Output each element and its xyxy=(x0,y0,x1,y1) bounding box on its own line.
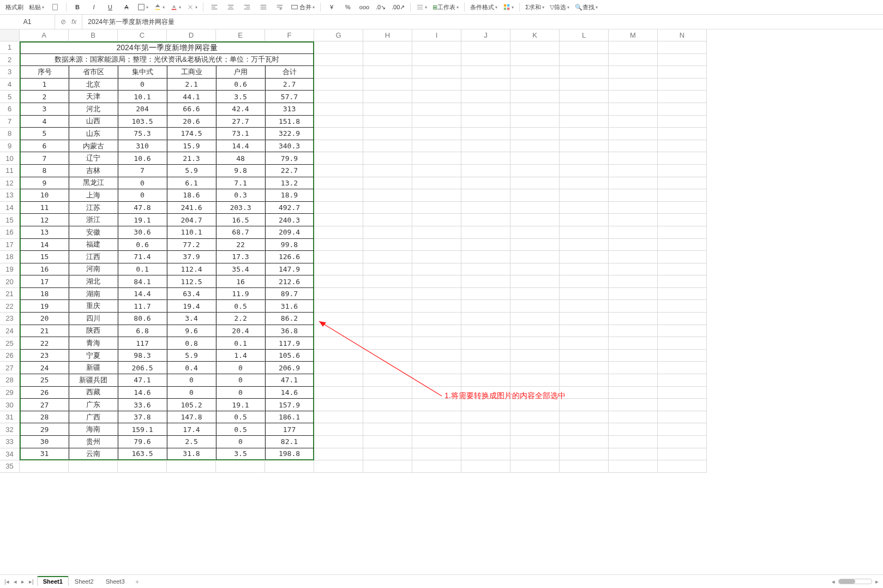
fx-icon[interactable]: fx xyxy=(71,18,76,26)
find-button[interactable]: 🔍 查找 xyxy=(573,2,600,13)
cell[interactable]: 工商业 xyxy=(167,66,216,79)
cell[interactable] xyxy=(412,189,461,202)
cell[interactable] xyxy=(560,313,609,325)
cell[interactable]: 6 xyxy=(20,140,69,153)
cell[interactable]: 0.5 xyxy=(216,423,265,436)
cell[interactable] xyxy=(560,66,609,79)
cell[interactable] xyxy=(314,362,363,374)
strikethrough-button[interactable]: A xyxy=(119,2,134,13)
cell[interactable]: 110.1 xyxy=(167,226,216,239)
cell[interactable] xyxy=(609,140,658,153)
cell[interactable]: 177 xyxy=(265,423,314,436)
decrease-decimal-button[interactable]: .0↘ xyxy=(373,2,388,13)
cell[interactable]: 80.6 xyxy=(118,313,167,325)
cell[interactable] xyxy=(363,79,412,91)
cell[interactable] xyxy=(314,448,363,461)
cell[interactable] xyxy=(363,313,412,325)
sheet-nav-next-icon[interactable]: ▸ xyxy=(20,578,26,585)
cell[interactable] xyxy=(609,350,658,362)
cell[interactable] xyxy=(461,103,510,116)
cell[interactable] xyxy=(609,79,658,91)
row-header[interactable]: 19 xyxy=(0,263,20,276)
cell[interactable] xyxy=(609,423,658,436)
cell[interactable] xyxy=(658,79,707,91)
cell[interactable] xyxy=(363,189,412,202)
cell[interactable]: 7 xyxy=(118,165,167,177)
column-header[interactable]: L xyxy=(560,29,609,41)
cell[interactable] xyxy=(560,251,609,263)
cell[interactable] xyxy=(658,300,707,313)
cell[interactable] xyxy=(412,362,461,374)
cell[interactable] xyxy=(609,66,658,79)
cell[interactable] xyxy=(314,313,363,325)
cell[interactable] xyxy=(314,436,363,448)
cell[interactable] xyxy=(412,165,461,177)
cell[interactable]: 13 xyxy=(20,226,69,239)
cell[interactable] xyxy=(412,202,461,214)
cell[interactable]: 浙江 xyxy=(69,214,118,226)
cell[interactable] xyxy=(461,66,510,79)
row-header[interactable]: 7 xyxy=(0,116,20,128)
insert-rows-button[interactable] xyxy=(414,2,429,13)
cell[interactable]: 79.9 xyxy=(265,152,314,165)
cell[interactable] xyxy=(412,54,461,67)
cell[interactable] xyxy=(658,165,707,177)
cell[interactable] xyxy=(560,165,609,177)
cell[interactable] xyxy=(314,387,363,399)
cell[interactable]: 湖南 xyxy=(69,288,118,301)
cell[interactable]: 0 xyxy=(216,362,265,374)
row-header[interactable]: 17 xyxy=(0,239,20,251)
cell[interactable] xyxy=(658,313,707,325)
cell[interactable] xyxy=(510,288,560,301)
cell[interactable]: 20 xyxy=(20,313,69,325)
paste-options-icon[interactable] xyxy=(47,2,63,13)
cell[interactable] xyxy=(20,460,69,473)
cell[interactable] xyxy=(412,239,461,251)
cell[interactable] xyxy=(609,411,658,424)
cell[interactable] xyxy=(560,41,609,54)
cell[interactable] xyxy=(412,177,461,190)
cell[interactable]: 9.8 xyxy=(216,165,265,177)
cell[interactable]: 5 xyxy=(20,128,69,140)
row-header[interactable]: 27 xyxy=(0,362,20,374)
cell[interactable]: 6.8 xyxy=(118,325,167,338)
cell[interactable] xyxy=(314,103,363,116)
cell[interactable] xyxy=(461,460,510,473)
cell[interactable] xyxy=(609,374,658,387)
cell[interactable]: 9 xyxy=(20,177,69,190)
cell[interactable]: 112.5 xyxy=(167,275,216,288)
cell[interactable] xyxy=(412,128,461,140)
cell[interactable] xyxy=(609,337,658,350)
cell[interactable]: 2.1 xyxy=(167,79,216,91)
cell[interactable] xyxy=(363,66,412,79)
bold-button[interactable]: B xyxy=(70,2,85,13)
cell[interactable]: 0.8 xyxy=(167,337,216,350)
cell[interactable] xyxy=(461,251,510,263)
cell[interactable] xyxy=(560,239,609,251)
cell[interactable] xyxy=(363,423,412,436)
cell[interactable] xyxy=(412,91,461,103)
cell[interactable]: 71.4 xyxy=(118,251,167,263)
row-header[interactable]: 24 xyxy=(0,325,20,338)
cell[interactable] xyxy=(314,214,363,226)
cell[interactable] xyxy=(314,374,363,387)
cell[interactable]: 22 xyxy=(20,337,69,350)
row-header[interactable]: 31 xyxy=(0,411,20,424)
row-header[interactable]: 23 xyxy=(0,313,20,325)
cell[interactable] xyxy=(461,91,510,103)
cell[interactable]: 7 xyxy=(20,152,69,165)
cell[interactable] xyxy=(609,460,658,473)
row-header[interactable]: 16 xyxy=(0,226,20,239)
cell[interactable]: 陕西 xyxy=(69,325,118,338)
cell[interactable]: 9.6 xyxy=(167,325,216,338)
cell[interactable]: 14.6 xyxy=(265,387,314,399)
cell[interactable] xyxy=(314,288,363,301)
cell[interactable]: 31.8 xyxy=(167,448,216,461)
cell[interactable] xyxy=(314,300,363,313)
cell[interactable] xyxy=(363,202,412,214)
cell[interactable] xyxy=(510,251,560,263)
cell[interactable] xyxy=(363,116,412,128)
cell[interactable] xyxy=(461,152,510,165)
thousands-button[interactable]: ooo xyxy=(357,2,372,13)
cell[interactable]: 15.9 xyxy=(167,140,216,153)
